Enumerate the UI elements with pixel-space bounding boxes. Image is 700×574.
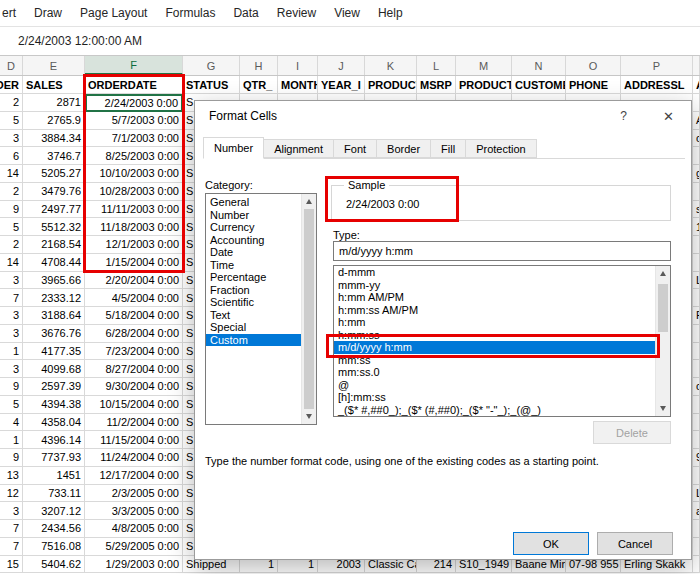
cell-E-17[interactable]: 2597.39 [23, 378, 85, 396]
cell-D-9[interactable]: 2 [0, 236, 23, 254]
col-letter-L[interactable]: L [417, 56, 456, 75]
cell-F-22[interactable]: 12/17/2004 0:00 [85, 467, 183, 485]
col-letter-G[interactable]: G [183, 56, 240, 75]
menu-item-page-layout[interactable]: Page Layout [71, 6, 156, 20]
cell-E-13[interactable]: 3188.64 [23, 307, 85, 325]
cell-E-18[interactable]: 4394.38 [23, 396, 85, 414]
cell-D-15[interactable]: 1 [0, 343, 23, 361]
cell-F-27[interactable]: 1/29/2003 0:00 [85, 556, 183, 574]
cell-D-8[interactable]: 5 [0, 218, 23, 236]
cell-E-14[interactable]: 3676.76 [23, 325, 85, 343]
cell-E-21[interactable]: 7737.93 [23, 449, 85, 467]
cell-E-20[interactable]: 4396.14 [23, 431, 85, 449]
menu-item-ert[interactable]: ert [0, 6, 25, 20]
cell-F-4[interactable]: 8/25/2003 0:00 [85, 147, 183, 165]
cell-E-5[interactable]: 5205.27 [23, 165, 85, 183]
cell-F-1[interactable]: 2/24/2003 0:00 [85, 94, 183, 112]
type-item-9[interactable]: @ [334, 379, 655, 392]
cell-13-25[interactable] [693, 520, 700, 538]
type-item-5[interactable]: h:mm:ss [334, 329, 655, 342]
header-cell-J[interactable]: YEAR_I [318, 76, 365, 94]
type-input[interactable] [333, 241, 671, 261]
col-letter-I[interactable]: I [278, 56, 318, 75]
cell-F-24[interactable]: 3/3/2005 0:00 [85, 502, 183, 520]
cell-D-10[interactable]: 14 [0, 254, 23, 272]
category-item-fraction[interactable]: Fraction [206, 284, 301, 297]
cell-F-13[interactable]: 5/18/2004 0:00 [85, 307, 183, 325]
cell-13-16[interactable] [693, 360, 700, 378]
cell-D-18[interactable]: 5 [0, 396, 23, 414]
cell-D-14[interactable]: 3 [0, 325, 23, 343]
cell-E-23[interactable]: 733.11 [23, 485, 85, 503]
header-cell-H[interactable]: QTR_ [240, 76, 278, 94]
scroll-up-icon[interactable] [302, 194, 316, 209]
header-cell-G[interactable]: STATUS [183, 76, 240, 94]
col-letter-O[interactable]: O [566, 56, 621, 75]
cell-13-2[interactable]: Ab [693, 112, 700, 130]
cell-D-16[interactable]: 3 [0, 360, 23, 378]
cell-F-11[interactable]: 2/20/2004 0:00 [85, 272, 183, 290]
cell-E-11[interactable]: 3965.66 [23, 272, 85, 290]
col-letter-J[interactable]: J [318, 56, 365, 75]
cell-E-16[interactable]: 4099.68 [23, 360, 85, 378]
cell-F-21[interactable]: 11/24/2004 0:00 [85, 449, 183, 467]
type-item-2[interactable]: h:mm AM/PM [334, 291, 655, 304]
col-letter-P[interactable]: P [621, 56, 693, 75]
type-item-7[interactable]: mm:ss [334, 354, 655, 367]
dialog-title-bar[interactable]: Format Cells ? ✕ [195, 101, 691, 133]
cell-E-15[interactable]: 4177.35 [23, 343, 85, 361]
tab-number[interactable]: Number [203, 137, 264, 159]
menu-item-view[interactable]: View [325, 6, 369, 20]
category-item-text[interactable]: Text [206, 309, 301, 322]
cell-F-15[interactable]: 7/23/2004 0:00 [85, 343, 183, 361]
cell-13-13[interactable]: Re [693, 307, 700, 325]
category-item-scientific[interactable]: Scientific [206, 296, 301, 309]
cell-13-17[interactable]: ol [693, 378, 700, 396]
header-cell-13[interactable]: A [693, 76, 700, 94]
menu-item-data[interactable]: Data [224, 6, 267, 20]
cell-13-6[interactable] [693, 183, 700, 201]
col-letter-13[interactable] [693, 56, 700, 75]
type-item-11[interactable]: _($* #,##0_);_($* (#,##0);_($* "-"_);_(@… [334, 404, 655, 417]
cell-E-1[interactable]: 2871 [23, 94, 85, 112]
cell-E-2[interactable]: 2765.9 [23, 112, 85, 130]
header-cell-O[interactable]: PHONE [566, 76, 621, 94]
cell-F-17[interactable]: 9/30/2004 0:00 [85, 378, 183, 396]
cell-F-23[interactable]: 2/3/2005 0:00 [85, 485, 183, 503]
cell-D-7[interactable]: 9 [0, 201, 23, 219]
tab-alignment[interactable]: Alignment [263, 139, 334, 158]
cell-F-10[interactable]: 1/15/2004 0:00 [85, 254, 183, 272]
cell-13-23[interactable]: Le [693, 485, 700, 503]
cell-13-9[interactable] [693, 236, 700, 254]
cell-E-26[interactable]: 7516.08 [23, 538, 85, 556]
cell-13-27[interactable] [693, 556, 700, 574]
cell-13-26[interactable] [693, 538, 700, 556]
cell-E-22[interactable]: 1451 [23, 467, 85, 485]
scroll-down-icon[interactable] [656, 401, 670, 416]
cell-E-24[interactable]: 3207.12 [23, 502, 85, 520]
help-icon[interactable]: ? [601, 101, 646, 131]
cell-E-12[interactable]: 2333.12 [23, 289, 85, 307]
menu-item-review[interactable]: Review [268, 6, 325, 20]
cell-F-3[interactable]: 7/1/2003 0:00 [85, 130, 183, 148]
type-item-8[interactable]: mm:ss.0 [334, 366, 655, 379]
type-scrollbar-thumb[interactable] [658, 284, 668, 332]
cell-D-3[interactable]: 3 [0, 130, 23, 148]
type-item-3[interactable]: h:mm:ss AM/PM [334, 304, 655, 317]
cell-13-12[interactable] [693, 289, 700, 307]
cell-13-18[interactable] [693, 396, 700, 414]
category-item-percentage[interactable]: Percentage [206, 271, 301, 284]
cell-13-14[interactable] [693, 325, 700, 343]
cell-13-10[interactable] [693, 254, 700, 272]
cell-13-21[interactable]: 95 [693, 449, 700, 467]
cell-13-11[interactable]: Le [693, 272, 700, 290]
cell-D-25[interactable]: 7 [0, 520, 23, 538]
header-cell-L[interactable]: MSRP [417, 76, 456, 94]
cell-E-25[interactable]: 2434.56 [23, 520, 85, 538]
col-letter-H[interactable]: H [240, 56, 278, 75]
cell-13-3[interactable]: ol [693, 130, 700, 148]
scroll-up-icon[interactable] [656, 266, 670, 281]
cell-F-14[interactable]: 6/28/2004 0:00 [85, 325, 183, 343]
cell-13-24[interactable]: an [693, 502, 700, 520]
category-item-time[interactable]: Time [206, 259, 301, 272]
